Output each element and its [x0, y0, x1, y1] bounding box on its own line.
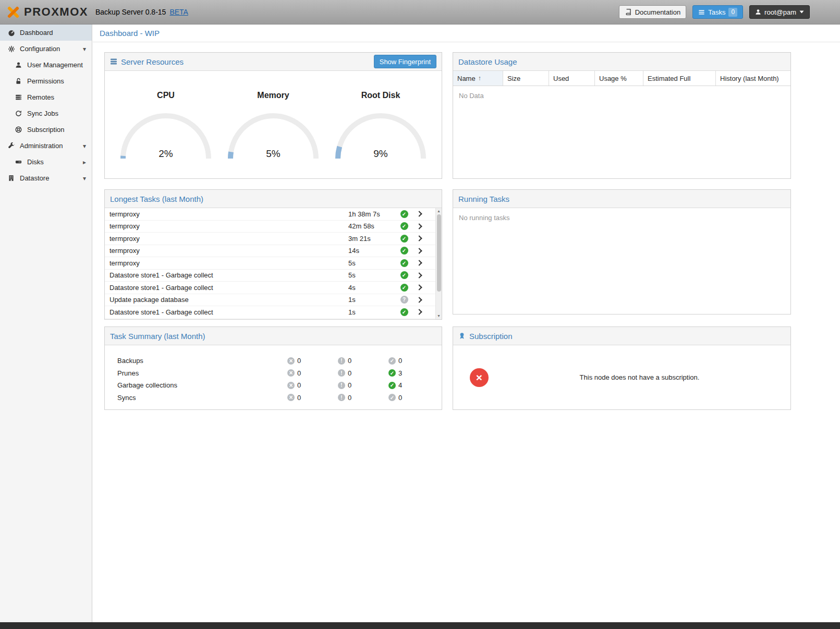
- sidebar-item-dashboard[interactable]: Dashboard: [0, 25, 92, 41]
- sidebar-item-datastore[interactable]: Datastore ▾: [0, 170, 92, 186]
- task-name: Datastore store1 - Garbage collect: [105, 271, 348, 279]
- task-row[interactable]: Datastore store1 - Garbage collect 4s: [105, 282, 435, 294]
- longest-tasks-list: termproxy 1h 38m 7s termproxy 42m 58s te…: [105, 208, 435, 319]
- error-circle-icon: [287, 382, 295, 389]
- user-menu-label: root@pam: [764, 8, 796, 16]
- task-detail-button[interactable]: [412, 285, 428, 289]
- column-header-history[interactable]: History (last Month): [716, 71, 790, 86]
- documentation-button[interactable]: Documentation: [619, 5, 686, 19]
- book-icon: [625, 8, 632, 16]
- column-header-name[interactable]: Name ↑: [453, 71, 503, 86]
- chevron-right-icon: [416, 248, 422, 253]
- task-detail-button[interactable]: [412, 261, 428, 265]
- panel-title: Running Tasks: [458, 195, 509, 203]
- task-detail-button[interactable]: [412, 224, 428, 228]
- support-icon: [14, 126, 23, 133]
- task-row[interactable]: termproxy 42m 58s: [105, 221, 435, 233]
- task-row[interactable]: termproxy 3m 21s: [105, 233, 435, 245]
- task-status-icon: [400, 247, 408, 255]
- task-row[interactable]: Update package database 1s: [105, 294, 435, 307]
- chevron-right-icon[interactable]: ▸: [83, 159, 86, 166]
- running-tasks-header: Running Tasks: [453, 190, 790, 208]
- chevron-right-icon: [416, 309, 422, 315]
- beta-link[interactable]: BETA: [169, 8, 188, 16]
- sidebar-item-label: Remotes: [27, 93, 54, 101]
- chevron-right-icon: [416, 297, 422, 303]
- list-icon: [698, 9, 705, 16]
- task-detail-button[interactable]: [412, 212, 428, 216]
- task-duration: 5s: [348, 271, 396, 279]
- task-row[interactable]: termproxy 1h 38m 7s: [105, 208, 435, 221]
- chevron-down-icon[interactable]: ▾: [83, 175, 86, 182]
- bottom-bar: [0, 622, 840, 629]
- show-fingerprint-button[interactable]: Show Fingerprint: [374, 55, 436, 68]
- task-name: termproxy: [105, 259, 348, 267]
- scroll-down-icon[interactable]: ▼: [436, 314, 442, 318]
- task-row[interactable]: Datastore store1 - Garbage collect 1s: [105, 306, 435, 319]
- tasks-button[interactable]: Tasks 0: [692, 5, 743, 19]
- task-duration: 42m 58s: [348, 222, 396, 230]
- error-count: 0: [297, 394, 301, 402]
- sidebar-item-permissions[interactable]: Permissions: [0, 73, 92, 89]
- user-menu-button[interactable]: root@pam: [749, 5, 810, 19]
- warning-count: 0: [348, 394, 351, 402]
- column-header-usage-pct[interactable]: Usage %: [595, 71, 643, 86]
- sidebar-item-label: Subscription: [27, 126, 65, 134]
- warning-count: 0: [348, 357, 351, 365]
- summary-row: Syncs 0 0 0: [105, 392, 442, 404]
- sidebar-item-label: Disks: [27, 158, 44, 166]
- task-duration: 4s: [348, 284, 396, 292]
- column-header-used[interactable]: Used: [549, 71, 595, 86]
- sidebar-item-user-management[interactable]: User Management: [0, 57, 92, 73]
- sidebar-item-subscription[interactable]: Subscription: [0, 122, 92, 138]
- task-status-icon: [400, 271, 408, 279]
- gauge-value: 2%: [119, 148, 213, 160]
- column-header-size[interactable]: Size: [503, 71, 549, 86]
- task-detail-button[interactable]: [412, 273, 428, 277]
- error-circle-icon: [287, 369, 295, 377]
- panel-title: Server Resources: [121, 57, 184, 66]
- chevron-down-icon: [799, 10, 804, 14]
- scrollbar-thumb[interactable]: [437, 214, 441, 292]
- longest-tasks-panel: Longest Tasks (last Month) termproxy 1h …: [104, 189, 442, 320]
- column-header-estimated-full[interactable]: Estimated Full: [643, 71, 716, 86]
- task-detail-button[interactable]: [412, 298, 428, 302]
- sort-asc-icon: ↑: [478, 75, 481, 82]
- task-row[interactable]: termproxy 14s: [105, 245, 435, 258]
- task-row[interactable]: Datastore store1 - Garbage collect 5s: [105, 270, 435, 282]
- gauge-label: CPU: [157, 91, 175, 100]
- task-name: Datastore store1 - Garbage collect: [105, 308, 348, 316]
- page-title: Dashboard - WIP: [93, 25, 840, 42]
- memory-gauge: Memory 5%: [221, 77, 325, 162]
- task-row[interactable]: termproxy 5s: [105, 257, 435, 270]
- task-name: termproxy: [105, 222, 348, 230]
- task-detail-button[interactable]: [412, 236, 428, 240]
- sidebar-item-administration[interactable]: Administration ▾: [0, 138, 92, 154]
- chevron-down-icon[interactable]: ▾: [83, 142, 86, 150]
- sidebar-item-sync-jobs[interactable]: Sync Jobs: [0, 105, 92, 122]
- ok-circle-icon: [388, 369, 396, 377]
- task-status-icon: [400, 308, 408, 316]
- proxmox-logo: PROXMOX: [6, 5, 88, 19]
- panel-title: Longest Tasks (last Month): [110, 195, 203, 203]
- sidebar-item-remotes[interactable]: Remotes: [0, 89, 92, 105]
- subscription-body: × This node does not have a subscription…: [453, 345, 790, 409]
- task-detail-button[interactable]: [412, 310, 428, 314]
- root-disk-gauge: Root Disk 9%: [328, 77, 433, 162]
- panel-title: Task Summary (last Month): [110, 332, 205, 341]
- ribbon-icon: [458, 332, 466, 340]
- scroll-up-icon[interactable]: ▲: [436, 209, 442, 213]
- subscription-panel: Subscription × This node does not have a…: [453, 326, 791, 410]
- error-circle-icon: ×: [470, 368, 489, 387]
- error-count: 0: [297, 381, 301, 389]
- task-detail-button[interactable]: [412, 249, 428, 253]
- gauge-value: 5%: [226, 148, 320, 160]
- sidebar-item-disks[interactable]: Disks ▸: [0, 154, 92, 170]
- chevron-down-icon[interactable]: ▾: [83, 45, 86, 53]
- summary-row: Backups 0 0 0: [105, 355, 442, 367]
- sidebar-item-configuration[interactable]: Configuration ▾: [0, 41, 92, 57]
- disk-icon: [14, 159, 23, 165]
- task-name: termproxy: [105, 235, 348, 243]
- scrollbar[interactable]: ▲ ▼: [435, 208, 442, 319]
- ok-count: 0: [398, 394, 402, 402]
